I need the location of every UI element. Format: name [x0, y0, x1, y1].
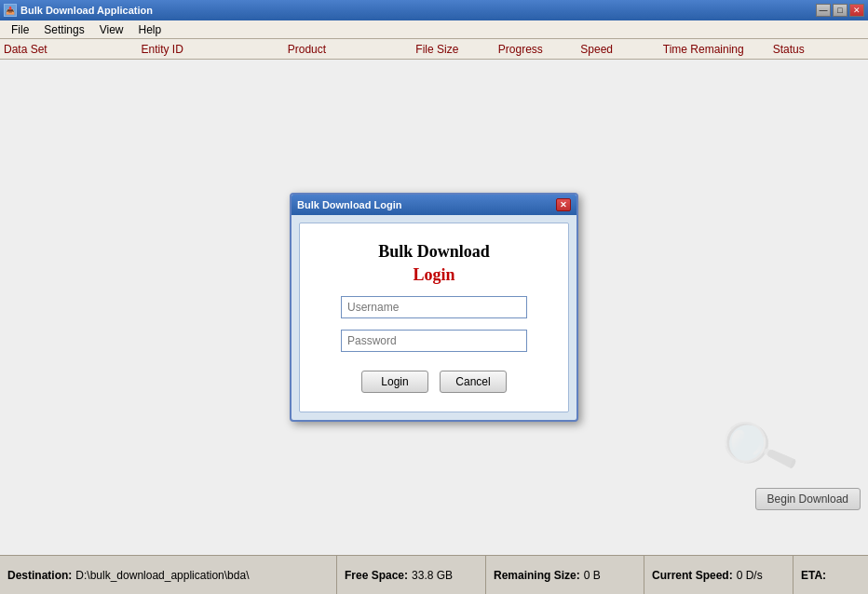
status-bar: Destination: D:\bulk_download_applicatio… [0, 555, 868, 594]
remaining-size-value: 0 B [584, 569, 601, 582]
login-modal: Bulk Download Login ✕ Bulk Download Logi… [290, 193, 578, 422]
app-title: Bulk Download Application [20, 5, 153, 16]
title-bar: 📥 Bulk Download Application — □ ✕ [0, 0, 868, 20]
status-free-space: Free Space: 33.8 GB [337, 556, 486, 594]
status-eta: ETA: [793, 556, 868, 594]
status-current-speed: Current Speed: 0 D/s [644, 556, 793, 594]
col-dataset: Data Set [4, 43, 141, 56]
title-bar-buttons: — □ ✕ [816, 4, 864, 17]
free-space-label: Free Space: [345, 569, 408, 582]
col-status: Status [773, 43, 864, 56]
modal-title-bar: Bulk Download Login ✕ [292, 195, 576, 215]
modal-body: Bulk Download Login Login Cancel [299, 223, 569, 412]
login-button[interactable]: Login [361, 371, 428, 393]
modal-heading-sub: Login [413, 265, 454, 285]
col-progress: Progress [498, 43, 580, 56]
col-file-size: File Size [415, 43, 497, 56]
modal-close-button[interactable]: ✕ [556, 198, 571, 211]
minimize-button[interactable]: — [816, 4, 831, 17]
menu-view[interactable]: View [92, 21, 131, 38]
current-speed-value: 0 D/s [737, 569, 763, 582]
column-headers: Data Set Entity ID Product File Size Pro… [0, 39, 868, 60]
modal-heading-main: Bulk Download [378, 242, 490, 262]
modal-buttons: Login Cancel [361, 371, 507, 393]
modal-overlay: Bulk Download Login ✕ Bulk Download Logi… [0, 60, 868, 555]
col-time-remaining: Time Remaining [663, 43, 773, 56]
username-input[interactable] [341, 296, 527, 318]
menu-file[interactable]: File [4, 21, 36, 38]
menu-help[interactable]: Help [131, 21, 170, 38]
password-input[interactable] [341, 330, 527, 352]
col-speed: Speed [580, 43, 662, 56]
app-icon: 📥 [4, 4, 17, 17]
eta-label: ETA: [801, 569, 826, 582]
maximize-button[interactable]: □ [833, 4, 848, 17]
status-remaining-size: Remaining Size: 0 B [486, 556, 644, 594]
current-speed-label: Current Speed: [652, 569, 733, 582]
main-content: 🔍 Begin Download Bulk Download Login ✕ B… [0, 60, 868, 555]
col-product: Product [288, 43, 416, 56]
col-entity-id: Entity ID [141, 43, 287, 56]
modal-title: Bulk Download Login [297, 199, 401, 210]
title-bar-left: 📥 Bulk Download Application [4, 4, 153, 17]
destination-value: D:\bulk_download_application\bda\ [75, 569, 249, 582]
menu-settings[interactable]: Settings [36, 21, 91, 38]
status-destination: Destination: D:\bulk_download_applicatio… [0, 556, 337, 594]
remaining-size-label: Remaining Size: [494, 569, 580, 582]
destination-label: Destination: [7, 569, 72, 582]
free-space-value: 33.8 GB [412, 569, 453, 582]
cancel-button[interactable]: Cancel [440, 371, 507, 393]
menu-bar: File Settings View Help [0, 20, 868, 39]
close-button[interactable]: ✕ [849, 4, 864, 17]
